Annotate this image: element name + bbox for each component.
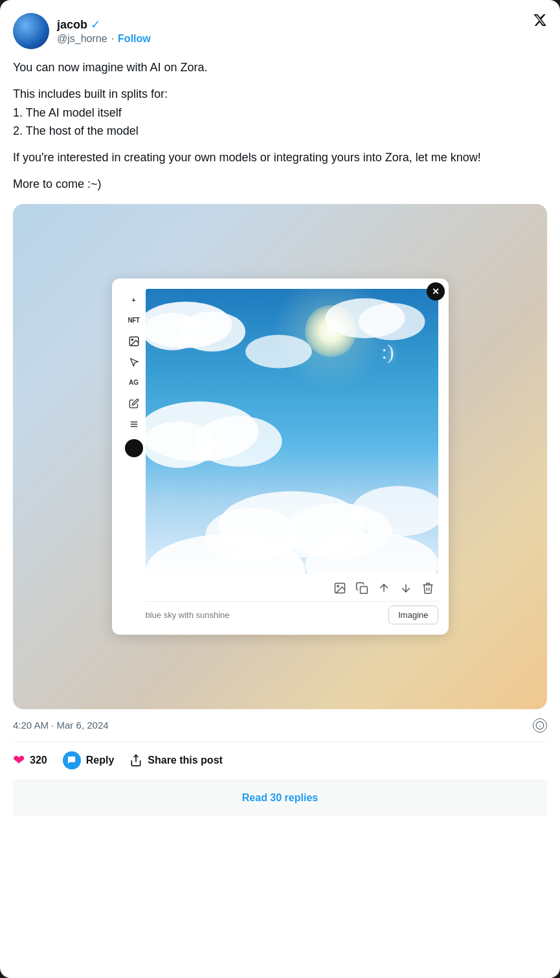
prompt-text: blue sky with sunshine: [146, 610, 230, 620]
reply-action[interactable]: Reply: [63, 751, 115, 769]
user-details: jacob ✓ @js_horne · Follow: [57, 17, 151, 45]
trash-icon[interactable]: [420, 580, 436, 596]
tweet-body: You can now imagine with AI on Zora. Thi…: [13, 58, 547, 194]
verified-icon: ✓: [91, 17, 100, 32]
svg-point-1: [131, 339, 133, 340]
share-icon: [129, 754, 142, 767]
canvas-controls: [146, 574, 438, 601]
canvas-area: ✕ :): [146, 289, 438, 624]
export-icon[interactable]: [332, 580, 348, 596]
share-action[interactable]: Share this post: [129, 754, 223, 767]
copy-icon[interactable]: [354, 580, 370, 596]
nft-icon[interactable]: NFT: [126, 312, 142, 329]
user-info-section: jacob ✓ @js_horne · Follow: [13, 13, 151, 49]
likes-count: 320: [30, 755, 47, 766]
actions-row: ❤ 320 Reply Share this post: [13, 751, 547, 780]
timestamp-row: 4:20 AM · Mar 6, 2024: [13, 718, 547, 733]
canvas-wrapper: ✕ :): [146, 289, 438, 574]
plus-icon[interactable]: +: [126, 291, 142, 308]
clouds-svg: [146, 289, 438, 574]
likes-action[interactable]: ❤ 320: [13, 752, 47, 769]
share-label: Share this post: [148, 755, 223, 766]
info-icon[interactable]: [533, 718, 547, 733]
divider-top: [13, 742, 547, 742]
avatar[interactable]: [13, 13, 49, 49]
reply-icon-wrap: [63, 751, 81, 769]
pen-icon[interactable]: [126, 395, 142, 412]
color-picker[interactable]: [125, 439, 143, 457]
dot-separator: ·: [111, 33, 114, 45]
svg-point-12: [196, 416, 282, 466]
svg-point-21: [337, 586, 339, 587]
svg-point-9: [358, 303, 425, 341]
read-replies-button[interactable]: Read 30 replies: [13, 780, 547, 815]
tweet-line1: You can now imagine with AI on Zora.: [13, 58, 547, 77]
app-window: + NFT AG: [112, 279, 449, 635]
svg-point-17: [245, 335, 312, 368]
imagine-button[interactable]: Imagine: [388, 606, 438, 624]
tweet-line6: More to come :~): [13, 175, 547, 194]
app-content: + NFT AG: [122, 289, 438, 624]
reply-label: Reply: [86, 755, 115, 766]
canvas-image: :): [146, 289, 438, 574]
ag-icon[interactable]: AG: [126, 374, 142, 391]
canvas-close-button[interactable]: ✕: [427, 282, 445, 301]
cursor-icon[interactable]: [126, 354, 142, 370]
user-handle: @js_horne: [57, 33, 107, 45]
heart-icon: ❤: [13, 752, 25, 769]
lines-icon[interactable]: [126, 416, 142, 433]
follow-button[interactable]: Follow: [118, 33, 151, 45]
svg-rect-22: [360, 586, 367, 593]
read-replies-text: Read 30 replies: [242, 792, 318, 804]
timestamp: 4:20 AM · Mar 6, 2024: [13, 720, 109, 731]
tweet-card: jacob ✓ @js_horne · Follow You can now i…: [0, 0, 560, 978]
image-icon[interactable]: [126, 333, 142, 350]
download-icon[interactable]: [398, 580, 414, 596]
tweet-header: jacob ✓ @js_horne · Follow: [13, 13, 547, 49]
user-name-row: jacob ✓: [57, 17, 151, 32]
tweet-block2: This includes built in splits for: 1. Th…: [13, 85, 547, 141]
tweet-line5: If you're interested in creating your ow…: [13, 148, 547, 167]
user-name: jacob: [57, 18, 87, 32]
close-icon[interactable]: [533, 13, 547, 30]
upload-icon[interactable]: [376, 580, 392, 596]
svg-point-7: [179, 312, 245, 352]
toolbar: + NFT AG: [122, 289, 146, 624]
image-background: + NFT AG: [13, 204, 547, 709]
prompt-row: blue sky with sunshine Imagine: [146, 601, 438, 624]
tweet-image: + NFT AG: [13, 204, 547, 709]
user-handle-row: @js_horne · Follow: [57, 33, 151, 45]
reply-icon: [67, 755, 76, 765]
